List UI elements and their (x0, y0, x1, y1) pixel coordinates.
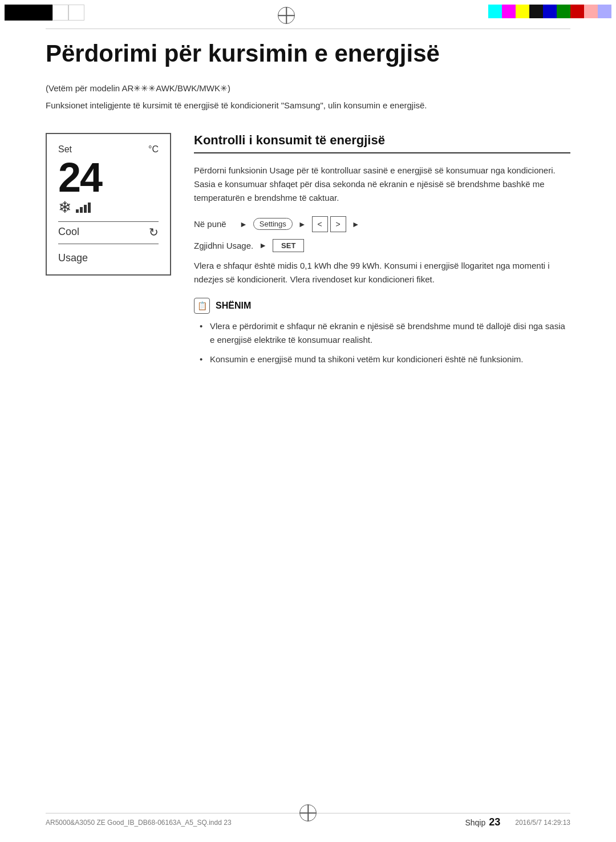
swatch-yellow (516, 5, 529, 18)
arrow-icon-2: ► (298, 220, 306, 229)
display-celsius: °C (148, 144, 159, 155)
display-icon-row: ❄ (58, 198, 159, 217)
subtitle-model: (Vetëm për modelin AR✳✳✳AWK/BWK/MWK✳) (46, 83, 570, 94)
footer-center-mark (299, 804, 317, 821)
main-content: Përdorimi për kursimin e energjisë (Vetë… (0, 0, 616, 418)
note-item-1: Vlera e përdorimit e shfaqur në ekranin … (200, 319, 570, 347)
signal-bar-4 (88, 203, 91, 213)
temp-value: 24 (58, 157, 102, 198)
footer-filename: AR5000&A3050 ZE Good_IB_DB68-06163A_A5_S… (46, 819, 232, 827)
page-title: Përdorimi për kursimin e energjisë (46, 40, 570, 67)
mark-left (0, 0, 84, 21)
set-button[interactable]: SET (273, 239, 304, 252)
two-col-layout: Set °C 24 ❄ Cool ↻ Usag (46, 133, 570, 372)
settings-button: Settings (253, 218, 293, 230)
black-squares (5, 5, 84, 21)
swatch-red (570, 5, 584, 18)
footer-date: 2016/5/7 14:29:13 (515, 819, 570, 827)
swatch-cyan (488, 5, 502, 18)
mark-right (488, 0, 616, 18)
signal-bar-3 (84, 205, 87, 213)
swatch-magenta (502, 5, 516, 18)
note-section: 📋 SHËNIM Vlera e përdorimit e shfaqur në… (194, 298, 570, 366)
crosshair-top (278, 7, 295, 24)
instruction-row-1: Në punë ► Settings ► < > ► (194, 216, 570, 232)
note-title: SHËNIM (216, 301, 251, 311)
note-header: 📋 SHËNIM (194, 298, 570, 314)
black-sq-4 (52, 5, 68, 21)
display-temperature: 24 (58, 157, 159, 198)
note-item-2: Konsumin e energjisë mund ta shikoni vet… (200, 353, 570, 366)
black-sq-5 (68, 5, 84, 21)
section-title: Kontrolli i konsumit të energjisë (194, 133, 570, 153)
cool-icon: ↻ (149, 225, 159, 239)
swatch-blue (543, 5, 557, 18)
arrow-icon-3: ► (352, 220, 360, 229)
nav-buttons: < > (312, 216, 346, 232)
swatch-pink (584, 5, 598, 18)
color-bar (488, 5, 611, 18)
note-list: Vlera e përdorimit e shfaqur në ekranin … (194, 319, 570, 366)
footer-right: Shqip 23 2016/5/7 14:29:13 (465, 816, 570, 828)
instr2-label: Zgjidhni Usage. (194, 241, 253, 250)
cool-label: Cool (58, 226, 79, 238)
display-usage-label: Usage (58, 252, 159, 264)
page-marks (0, 0, 616, 34)
divider-1 (58, 221, 159, 222)
section-body: Përdorni funksionin Usage për të kontrol… (194, 164, 570, 205)
swatch-black (529, 5, 543, 18)
crosshair-bottom (299, 804, 317, 821)
divider-2 (58, 244, 159, 244)
black-sq-2 (21, 5, 37, 21)
nav-right-btn[interactable]: > (330, 216, 346, 232)
instruction-row-2: Zgjidhni Usage. ► SET (194, 239, 570, 252)
footer-left: AR5000&A3050 ZE Good_IB_DB68-06163A_A5_S… (46, 819, 232, 827)
footer-page-num: 23 (489, 816, 500, 828)
signal-bar-2 (80, 207, 83, 213)
swatch-lavender (598, 5, 611, 18)
display-set-label: Set (58, 144, 72, 155)
swatch-green (557, 5, 570, 18)
desc-text: Vlera e shfaqur është midis 0,1 kWh dhe … (194, 259, 570, 286)
mark-center (278, 0, 295, 24)
snowflake-icon: ❄ (58, 198, 71, 217)
subtitle-desc: Funksionet inteligjente të kursimit të e… (46, 99, 570, 112)
footer-page: Shqip 23 2016/5/7 14:29:13 (465, 816, 570, 828)
instr1-label: Në punë (194, 219, 234, 229)
arrow-icon-1: ► (240, 220, 248, 229)
page-footer: AR5000&A3050 ZE Good_IB_DB68-06163A_A5_S… (0, 816, 616, 828)
top-line (46, 29, 570, 29)
black-sq-3 (37, 5, 52, 21)
right-panel: Kontrolli i konsumit të energjisë Përdor… (194, 133, 570, 372)
note-icon: 📋 (194, 298, 210, 314)
signal-bars (76, 201, 91, 213)
black-sq-1 (5, 5, 21, 21)
footer-page-text: Shqip (465, 818, 485, 827)
display-set-row: Set °C (58, 144, 159, 155)
signal-bar-1 (76, 209, 79, 213)
nav-left-btn[interactable]: < (312, 216, 328, 232)
arrow-icon-4: ► (259, 241, 267, 250)
display-cool-row: Cool ↻ (58, 225, 159, 239)
display-panel: Set °C 24 ❄ Cool ↻ Usag (46, 133, 171, 276)
